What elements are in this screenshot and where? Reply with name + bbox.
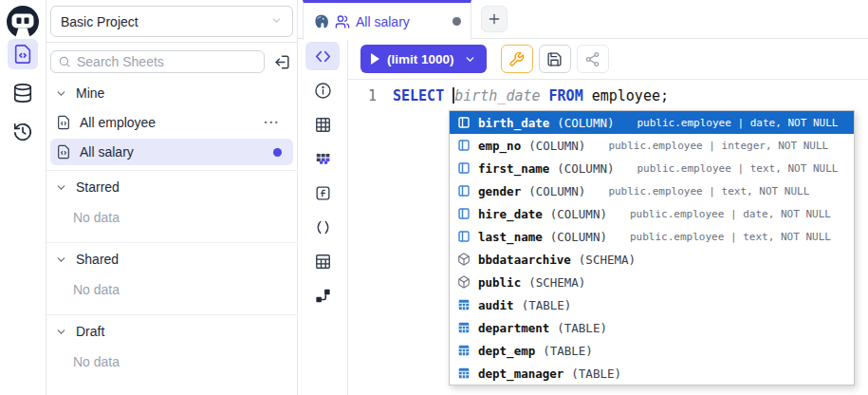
function-icon <box>314 184 332 202</box>
save-sheet-button[interactable] <box>539 45 571 73</box>
empty-placeholder: No data <box>46 200 297 237</box>
project-selector[interactable]: Basic Project <box>50 6 293 37</box>
search-sheets-input[interactable] <box>77 54 257 69</box>
table-icon <box>457 367 471 380</box>
tab-label: All salary <box>356 14 410 29</box>
sheet-item-all-employee[interactable]: All employee ··· <box>50 109 293 136</box>
colored-grid-icon <box>314 150 332 168</box>
section-draft[interactable]: Draft <box>46 315 297 345</box>
editor-region: All salary <box>298 0 868 395</box>
mode-data-table-button[interactable] <box>305 247 340 275</box>
mode-parentheses-button[interactable] <box>305 213 340 241</box>
table-icon <box>314 116 332 134</box>
bytebase-logo-icon[interactable] <box>6 5 40 39</box>
nav-databases-button[interactable] <box>8 78 38 108</box>
tab-all-salary[interactable]: All salary <box>303 0 471 40</box>
section-mine[interactable]: Mine <box>46 77 297 106</box>
more-actions-button[interactable]: ··· <box>264 115 287 130</box>
parentheses-icon <box>314 218 332 236</box>
panel-collapse-left-icon <box>273 53 291 71</box>
nav-sheets-button[interactable] <box>8 39 38 69</box>
flow-diagram-icon <box>314 287 332 305</box>
sql-keyword: FROM <box>549 87 592 104</box>
database-icon <box>12 83 33 103</box>
autocomplete-item[interactable]: dept_emp (TABLE) <box>450 339 854 362</box>
column-icon <box>457 161 471 175</box>
plus-icon <box>487 11 502 27</box>
autocomplete-item[interactable]: department (TABLE) <box>450 316 854 339</box>
project-selector-row: Basic Project <box>46 0 297 43</box>
run-button-label: (limit 1000) <box>387 52 454 66</box>
chevron-down-icon <box>55 87 67 100</box>
sheet-icon <box>56 115 71 130</box>
new-tab-button[interactable] <box>481 6 508 32</box>
unsaved-indicator-dot <box>273 148 282 157</box>
save-icon <box>546 51 563 67</box>
mode-result-grid-button[interactable] <box>305 144 340 173</box>
ghost-suggestion: birth_date <box>454 87 548 104</box>
collapse-panel-button[interactable] <box>273 53 291 71</box>
editor-mode-strip <box>298 39 348 395</box>
table-icon <box>314 253 332 271</box>
sql-keyword: SELECT <box>393 87 452 104</box>
autocomplete-item[interactable]: public (SCHEMA) <box>450 271 854 293</box>
column-icon <box>457 230 471 243</box>
mode-function-button[interactable] <box>305 179 340 207</box>
unsaved-dot <box>452 17 461 26</box>
editor-toolbar: (limit 1000) <box>348 39 868 80</box>
section-shared[interactable]: Shared <box>46 243 297 273</box>
table-icon <box>457 298 471 311</box>
mode-sql-code-button[interactable] <box>305 42 340 70</box>
chevron-down-icon <box>55 326 67 338</box>
column-icon <box>457 184 471 198</box>
code-pane[interactable]: 1 SELECT birth_date FROM employee; birth… <box>348 80 868 395</box>
empty-placeholder: No data <box>46 273 297 310</box>
tab-strip: All salary <box>298 0 868 39</box>
autocomplete-item[interactable]: hire_date (COLUMN) public.employee | dat… <box>450 202 854 225</box>
schema-icon <box>457 275 471 289</box>
chevron-down-icon <box>464 53 476 66</box>
section-starred[interactable]: Starred <box>46 171 297 200</box>
workspace-row: (limit 1000) <box>298 39 868 395</box>
autocomplete-item[interactable]: audit (TABLE) <box>450 293 854 316</box>
mode-schema-diagram-button[interactable] <box>305 281 340 310</box>
sql-editor: (limit 1000) <box>348 39 868 395</box>
autocomplete-item[interactable]: bbdataarchive (SCHEMA) <box>450 248 854 271</box>
info-icon <box>314 82 332 100</box>
share-sheet-button[interactable] <box>577 45 609 73</box>
chevron-down-icon <box>270 14 283 29</box>
autocomplete-item[interactable]: emp_no (COLUMN) public.employee | intege… <box>450 134 854 157</box>
column-icon <box>457 116 471 129</box>
sheet-item-label: All salary <box>80 144 134 160</box>
format-sql-button[interactable] <box>501 45 533 73</box>
postgres-icon <box>313 13 329 29</box>
history-icon <box>12 122 33 142</box>
sheet-icon <box>56 144 71 160</box>
sheet-item-all-salary[interactable]: All salary <box>50 139 293 165</box>
sql-identifier: employee; <box>592 87 669 104</box>
autocomplete-item[interactable]: gender (COLUMN) public.employee | text, … <box>450 179 854 202</box>
sheet-item-label: All employee <box>80 115 156 130</box>
autocomplete-item[interactable]: first_name (COLUMN) public.employee | te… <box>450 157 854 179</box>
sql-text: SELECT birth_date FROM employee; <box>393 86 669 105</box>
mode-info-button[interactable] <box>305 76 340 104</box>
autocomplete-item[interactable]: birth_date (COLUMN) public.employee | da… <box>450 111 854 134</box>
autocomplete-item[interactable]: last_name (COLUMN) public.employee | tex… <box>450 225 854 248</box>
nav-history-button[interactable] <box>8 117 38 147</box>
chevron-down-icon <box>55 181 67 194</box>
wrench-icon <box>508 51 525 67</box>
play-icon <box>371 53 379 65</box>
autocomplete-item[interactable]: dept_manager (TABLE) <box>450 362 854 385</box>
search-icon <box>58 55 71 68</box>
section-label: Shared <box>76 252 119 267</box>
share-icon <box>584 51 600 67</box>
table-icon <box>457 344 471 357</box>
code-icon <box>314 47 332 66</box>
table-icon <box>457 321 471 334</box>
search-sheets-box[interactable] <box>50 50 265 73</box>
code-line-1: 1 SELECT birth_date FROM employee; <box>348 80 868 105</box>
section-label: Draft <box>76 324 104 339</box>
mode-table-button[interactable] <box>305 110 340 139</box>
section-label: Mine <box>76 85 104 101</box>
run-query-button[interactable]: (limit 1000) <box>360 45 487 73</box>
